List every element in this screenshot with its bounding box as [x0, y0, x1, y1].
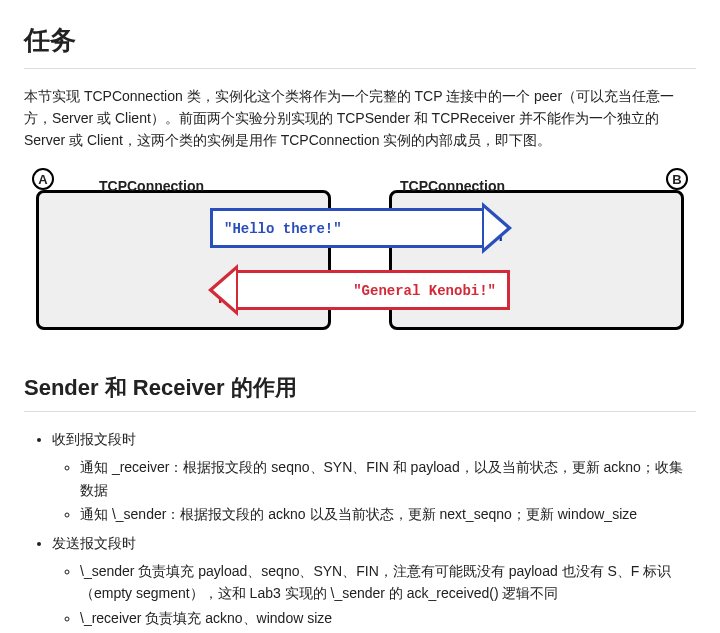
box-title-b: TCPConnection [400, 175, 505, 197]
divider [24, 411, 696, 412]
arrow-head-icon [208, 264, 238, 316]
sublist: 通知 _receiver：根据报文段的 seqno、SYN、FIN 和 payl… [52, 456, 696, 525]
list-item: 收到报文段时 通知 _receiver：根据报文段的 seqno、SYN、FIN… [52, 428, 696, 526]
list-item: 通知 \_sender：根据报文段的 ackno 以及当前状态，更新 next_… [80, 503, 696, 525]
arrow-head-icon [482, 202, 512, 254]
tcp-connection-diagram: A B TCPConnection TCPSender TCPReceiver … [30, 170, 690, 340]
section-heading: Sender 和 Receiver 的作用 [24, 370, 696, 405]
peer-label-b: B [666, 168, 688, 190]
arrow-b-to-a: "General Kenobi!" [210, 270, 510, 310]
message-hello: "Hello there!" [224, 218, 342, 240]
peer-label-a: A [32, 168, 54, 190]
divider [24, 68, 696, 69]
arrow-a-to-b: "Hello there!" [210, 208, 510, 248]
list-item: \_sender 负责填充 payload、seqno、SYN、FIN，注意有可… [80, 560, 696, 605]
list-text: 收到报文段时 [52, 431, 136, 447]
page-title: 任务 [24, 20, 696, 62]
responsibilities-list: 收到报文段时 通知 _receiver：根据报文段的 seqno、SYN、FIN… [24, 428, 696, 629]
list-text: 发送报文段时 [52, 535, 136, 551]
message-kenobi: "General Kenobi!" [353, 280, 496, 302]
sublist: \_sender 负责填充 payload、seqno、SYN、FIN，注意有可… [52, 560, 696, 629]
intro-paragraph: 本节实现 TCPConnection 类，实例化这个类将作为一个完整的 TCP … [24, 85, 696, 152]
list-item: \_receiver 负责填充 ackno、window size [80, 607, 696, 629]
box-title-a: TCPConnection [99, 175, 204, 197]
list-item: 发送报文段时 \_sender 负责填充 payload、seqno、SYN、F… [52, 532, 696, 630]
list-item: 通知 _receiver：根据报文段的 seqno、SYN、FIN 和 payl… [80, 456, 696, 501]
